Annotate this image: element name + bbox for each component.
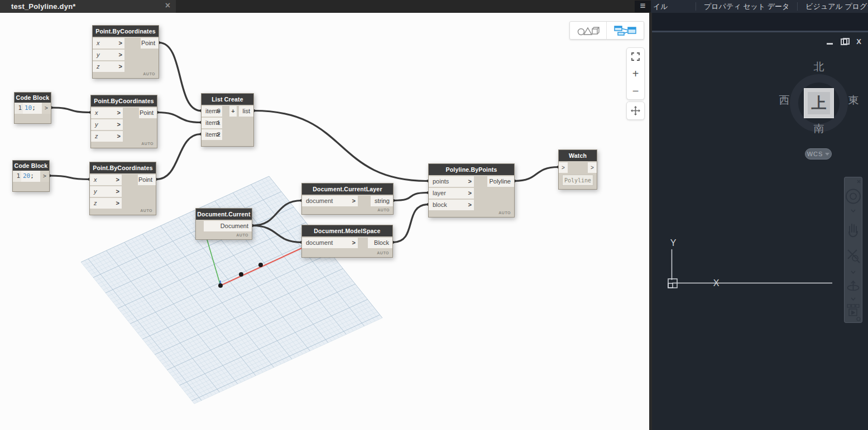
node-title[interactable]: Watch (559, 150, 597, 161)
pan-hand-icon[interactable] (849, 224, 857, 236)
chevron-down-icon[interactable] (851, 271, 855, 273)
close-navbar-icon[interactable] (857, 180, 860, 183)
document-tab[interactable]: test_Polyline.dyn* × (0, 0, 176, 13)
code-text[interactable]: 20; (21, 171, 34, 182)
output-port[interactable]: > (40, 171, 49, 182)
input-port-x[interactable]: x> (93, 38, 124, 49)
input-port[interactable]: > (559, 162, 568, 173)
node-code2[interactable]: Code Block120;> (12, 160, 50, 192)
wcs-dropdown[interactable]: WCS (805, 148, 832, 160)
output-port-Document[interactable]: Document (204, 221, 252, 231)
port-chevron-icon: > (119, 50, 122, 60)
node-title[interactable]: Point.ByCoordinates (91, 95, 157, 107)
add-item-button[interactable]: + (229, 106, 237, 117)
graph-view-button[interactable] (607, 22, 644, 39)
port-chevron-icon: > (468, 200, 472, 210)
output-port-string[interactable]: string (371, 196, 393, 206)
viewcube-west[interactable]: 西 (773, 93, 795, 108)
viewcube-top-face[interactable]: 上 (804, 88, 834, 118)
fit-view-button[interactable] (627, 48, 644, 65)
tab-property-set-data[interactable]: プロパティ セット データ (696, 2, 797, 12)
input-port-x[interactable]: x> (90, 175, 122, 185)
zoom-icon[interactable] (848, 250, 860, 263)
node-code1[interactable]: Code Block110;> (14, 92, 51, 124)
node-poly[interactable]: Polyline.ByPointspoints>layer>block>Poly… (428, 163, 515, 218)
code-text[interactable]: 10; (23, 103, 36, 114)
node-title[interactable]: Point.ByCoordinates (90, 162, 156, 173)
viewcube-east[interactable]: 東 (842, 93, 865, 108)
navbar-settings-icon[interactable] (857, 317, 860, 321)
port-chevron-icon: > (116, 198, 119, 209)
tab-close-icon[interactable]: × (165, 1, 170, 11)
orbit-icon[interactable] (848, 281, 859, 291)
showmotion-icon[interactable] (847, 305, 859, 316)
node-point3[interactable]: Point.ByCoordinatesx>y>z>PointAUTO (89, 162, 156, 215)
viewcube-south[interactable]: 南 (808, 122, 830, 136)
port-chevron-icon: > (352, 196, 356, 206)
restore-icon[interactable] (840, 37, 849, 46)
viewcube-north[interactable]: 北 (808, 60, 830, 74)
port-chevron-icon: > (217, 106, 220, 117)
output-port-list[interactable]: list (239, 106, 253, 117)
geometry-view-button[interactable] (570, 22, 607, 39)
chevron-down-icon[interactable] (851, 210, 855, 212)
input-port-item2[interactable]: item2> (202, 129, 222, 140)
node-title[interactable]: Code Block (15, 93, 51, 103)
code-line[interactable]: 110;> (15, 103, 51, 114)
zoom-out-button[interactable]: − (627, 82, 644, 99)
zoom-in-button[interactable]: + (627, 65, 644, 83)
output-port-Point[interactable]: Point (139, 108, 157, 118)
input-port-item1[interactable]: item1> (202, 118, 222, 128)
input-port-y[interactable]: y> (91, 119, 123, 130)
node-title[interactable]: Document.Current (196, 209, 252, 220)
input-port-label: y (94, 188, 97, 195)
input-port-layer[interactable]: layer> (429, 188, 474, 199)
output-port-Polyline[interactable]: Polyline (487, 176, 514, 187)
navigation-bar[interactable] (844, 177, 862, 323)
lacing-label: AUTO (140, 209, 152, 212)
node-title[interactable]: Point.ByCoordinates (93, 26, 159, 37)
input-port-label: y (95, 121, 98, 128)
palette-tab-bar: イル プロパティ セット データ ビジュアル プログラミング (651, 0, 868, 13)
node-title[interactable]: Polyline.ByPoints (429, 164, 514, 175)
steering-wheel-icon[interactable] (846, 190, 860, 204)
node-doccur[interactable]: Document.CurrentDocumentAUTO (195, 208, 252, 240)
output-port-Point[interactable]: Point (141, 38, 159, 49)
node-title[interactable]: List Create (202, 94, 253, 105)
input-port-document[interactable]: document> (302, 196, 358, 206)
output-port[interactable]: > (42, 103, 51, 114)
output-port[interactable]: > (588, 162, 597, 173)
node-title[interactable]: Document.ModelSpace (302, 225, 392, 236)
node-list1[interactable]: List Createitem0>item1>item2>+-list (201, 93, 254, 147)
node-title[interactable]: Document.CurrentLayer (302, 183, 393, 195)
input-port-block[interactable]: block> (429, 200, 474, 210)
input-port-y[interactable]: y> (90, 186, 122, 197)
node-title[interactable]: Code Block (13, 161, 49, 171)
output-port-Block[interactable]: Block (368, 238, 392, 248)
chevron-down-icon[interactable] (851, 298, 855, 300)
pan-button[interactable] (626, 102, 645, 120)
node-watch[interactable]: Watch>>Polyline (558, 149, 597, 190)
node-point1[interactable]: Point.ByCoordinatesx>y>z>PointAUTO (92, 25, 159, 79)
menu-icon[interactable]: ≡ (635, 1, 651, 12)
close-icon[interactable]: X (854, 37, 864, 46)
minimize-icon[interactable] (825, 37, 835, 46)
input-port-document[interactable]: document> (302, 238, 358, 248)
node-graph-icon (613, 25, 637, 36)
node-docms[interactable]: Document.ModelSpacedocument>BlockAUTO (301, 225, 393, 258)
input-port-points[interactable]: points> (429, 176, 474, 187)
input-port-z[interactable]: z> (91, 131, 123, 142)
input-port-z[interactable]: z> (93, 61, 124, 72)
tab-visual-programming[interactable]: ビジュアル プログラミング (798, 2, 868, 12)
dynamo-canvas[interactable]: Point.ByCoordinatesx>y>z>PointAUTOCode B… (0, 13, 649, 430)
tab-file[interactable]: イル (651, 2, 696, 12)
input-port-z[interactable]: z> (90, 198, 122, 209)
input-port-y[interactable]: y> (93, 50, 124, 60)
node-doclayer[interactable]: Document.CurrentLayerdocument>stringAUTO (301, 183, 394, 215)
output-port-Point[interactable]: Point (138, 175, 156, 185)
node-point2[interactable]: Point.ByCoordinatesx>y>z>PointAUTO (90, 95, 157, 148)
code-line[interactable]: 120;> (13, 171, 49, 182)
input-port-x[interactable]: x> (91, 108, 123, 118)
autocad-drawing-area[interactable]: X 北 南 西 東 上 WCS Y X (652, 13, 868, 430)
input-port-item0[interactable]: item0> (202, 106, 222, 117)
